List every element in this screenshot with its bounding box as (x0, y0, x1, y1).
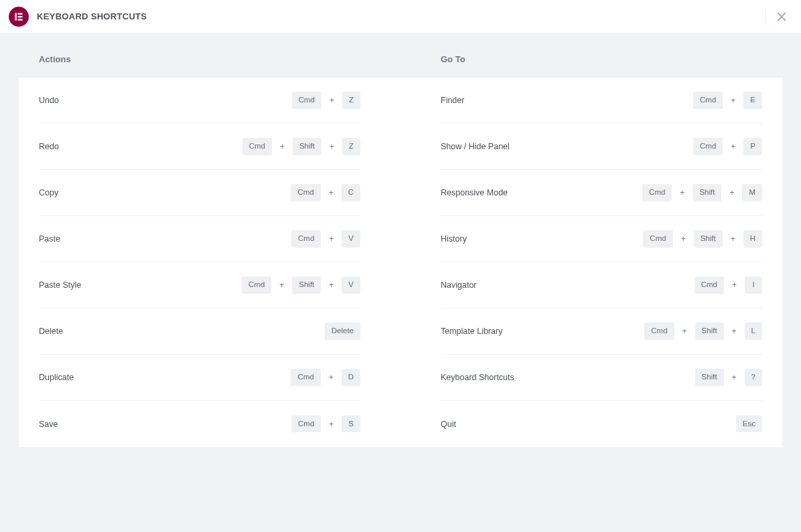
key-separator: + (280, 142, 285, 151)
key-badge: Cmd (291, 369, 320, 386)
key-badge: Shift (694, 230, 723, 248)
key-badge: Cmd (242, 138, 272, 155)
key-badge: V (342, 276, 360, 294)
close-button[interactable] (771, 6, 792, 27)
shortcut-row: RedoCmd+Shift+Z (39, 124, 360, 170)
shortcut-row: UndoCmd+Z (39, 78, 360, 124)
elementor-logo-icon (13, 11, 24, 22)
shortcut-keys: Cmd+Shift+Z (242, 138, 360, 155)
shortcut-keys: Cmd+V (291, 230, 360, 248)
shortcut-label: Paste Style (39, 280, 81, 290)
shortcut-label: Copy (39, 188, 58, 197)
shortcut-label: Show / Hide Panel (441, 142, 510, 151)
shortcut-keys: Cmd+I (695, 276, 762, 294)
key-badge: C (342, 184, 360, 201)
shortcut-label: Redo (39, 142, 59, 151)
key-separator: + (329, 420, 334, 429)
svg-rect-2 (17, 15, 22, 17)
shortcut-row: QuitEsc (441, 401, 762, 447)
shortcut-keys: Cmd+P (693, 138, 762, 155)
shortcut-row: Paste StyleCmd+Shift+V (39, 262, 360, 308)
key-badge: V (342, 230, 360, 248)
key-separator: + (329, 188, 334, 197)
dialog-header: KEYBOARD SHORTCUTS (0, 0, 801, 33)
key-badge: Shift (292, 276, 321, 294)
shortcut-keys: Delete (325, 323, 360, 340)
key-badge: Shift (693, 184, 721, 201)
key-badge: Shift (695, 323, 724, 340)
key-separator: + (732, 373, 737, 382)
shortcut-keys: Cmd+C (291, 184, 360, 201)
key-separator: + (330, 142, 334, 151)
svg-rect-0 (15, 13, 16, 20)
shortcuts-card: UndoCmd+ZRedoCmd+Shift+ZCopyCmd+CPasteCm… (19, 78, 782, 447)
key-separator: + (731, 234, 735, 244)
key-badge: S (342, 416, 360, 433)
key-badge: M (742, 184, 762, 201)
shortcut-label: Delete (39, 327, 63, 336)
header-divider (765, 9, 766, 25)
key-badge: Z (342, 92, 360, 109)
elementor-logo (9, 7, 29, 27)
shortcut-row: Keyboard ShortcutsShift+? (441, 355, 762, 401)
key-badge: Esc (736, 416, 762, 433)
shortcut-label: Keyboard Shortcuts (441, 373, 514, 382)
column-heading: Go To (421, 52, 782, 78)
key-separator: + (732, 280, 737, 290)
svg-rect-1 (17, 13, 22, 14)
key-badge: Cmd (291, 184, 320, 201)
shortcut-label: Save (39, 420, 58, 429)
key-badge: E (743, 92, 762, 109)
key-badge: I (745, 276, 762, 294)
shortcut-keys: Cmd+Shift+H (643, 230, 762, 248)
column-heading: Actions (19, 52, 380, 78)
key-badge: Cmd (292, 92, 321, 109)
svg-rect-3 (17, 19, 22, 20)
shortcut-row: DuplicateCmd+D (39, 355, 360, 401)
key-separator: + (731, 96, 735, 105)
key-badge: ? (745, 369, 762, 386)
key-separator: + (329, 234, 334, 244)
shortcut-label: Navigator (441, 280, 477, 290)
dialog-title: KEYBOARD SHORTCUTS (37, 11, 147, 21)
shortcut-keys: Cmd+Shift+M (642, 184, 762, 201)
key-badge: Shift (293, 138, 321, 155)
shortcut-row: Responsive ModeCmd+Shift+M (441, 170, 762, 216)
key-separator: + (279, 280, 284, 290)
key-badge: Cmd (291, 230, 321, 248)
shortcut-label: Quit (441, 420, 456, 429)
shortcut-keys: Cmd+D (291, 369, 360, 386)
key-badge: Cmd (693, 92, 723, 109)
key-separator: + (732, 327, 737, 336)
shortcut-label: Template Library (441, 327, 502, 336)
key-separator: + (680, 188, 684, 197)
key-badge: P (743, 138, 762, 155)
shortcut-list: UndoCmd+ZRedoCmd+Shift+ZCopyCmd+CPasteCm… (19, 78, 380, 447)
shortcut-list: FinderCmd+EShow / Hide PanelCmd+PRespons… (421, 78, 782, 447)
shortcut-label: Finder (441, 96, 464, 105)
key-badge: Shift (695, 369, 724, 386)
close-icon (777, 12, 786, 21)
shortcut-keys: Cmd+Shift+V (242, 276, 360, 294)
key-badge: Delete (325, 323, 360, 340)
key-badge: Cmd (642, 184, 672, 201)
key-separator: + (731, 142, 735, 151)
shortcuts-panel: ActionsGo ToUndoCmd+ZRedoCmd+Shift+ZCopy… (19, 52, 782, 447)
shortcut-row: Template LibraryCmd+Shift+L (441, 308, 762, 355)
shortcut-row: PasteCmd+V (39, 216, 360, 262)
shortcut-row: NavigatorCmd+I (441, 262, 762, 308)
shortcut-keys: Cmd+Shift+L (644, 323, 762, 340)
shortcut-label: Responsive Mode (441, 188, 508, 197)
shortcut-keys: Cmd+S (291, 416, 360, 433)
key-badge: Z (342, 138, 360, 155)
shortcut-row: FinderCmd+E (441, 78, 762, 124)
shortcut-label: Paste (39, 234, 60, 244)
key-badge: H (743, 230, 762, 248)
key-separator: + (681, 234, 686, 244)
key-badge: Cmd (695, 276, 724, 294)
key-separator: + (329, 373, 334, 382)
key-badge: L (745, 323, 762, 340)
shortcut-row: HistoryCmd+Shift+H (441, 216, 762, 262)
key-separator: + (330, 96, 334, 105)
key-badge: Cmd (643, 230, 672, 248)
